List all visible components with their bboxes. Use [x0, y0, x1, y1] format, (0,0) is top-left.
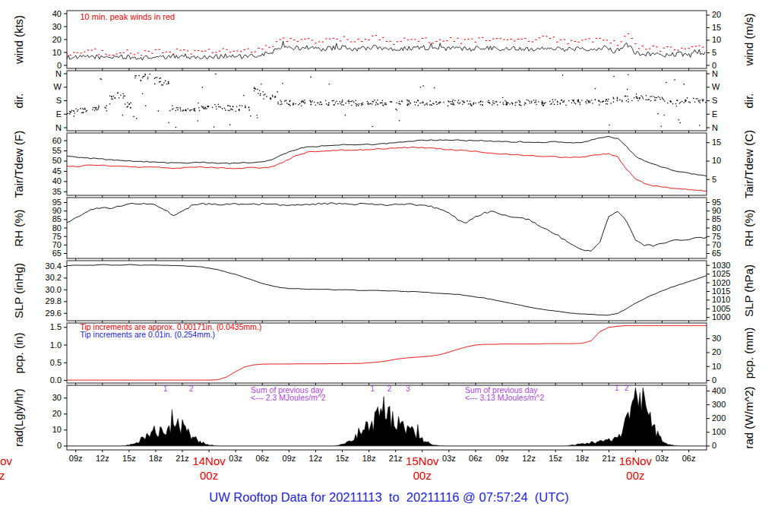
- date-label: 14Nov: [192, 454, 226, 467]
- ytick-label: S: [56, 96, 62, 105]
- ytick-label: 10: [712, 362, 721, 371]
- ytick-label: 65: [52, 249, 62, 258]
- ytick-label: E: [712, 109, 717, 119]
- date-label-z: 00z: [0, 469, 5, 482]
- date-label: 13Nov: [0, 454, 13, 467]
- date-label-z: 00z: [200, 469, 218, 482]
- axis-title-right-rh: RH (%): [742, 209, 755, 246]
- ytick-label: 40: [52, 9, 62, 18]
- ytick-label: 90: [712, 206, 721, 215]
- ytick-label: 5: [712, 48, 716, 57]
- ytick-label: 29.6: [46, 309, 62, 318]
- ytick-label: 5: [712, 175, 716, 184]
- annotation-rad: <--- 3.13 MJoules/m^2: [465, 393, 545, 402]
- series-wind-direction: [62, 74, 712, 128]
- ytick-label: S: [712, 96, 717, 105]
- ytick-label: 10: [712, 156, 721, 165]
- chart-canvas: 0102030400510152010 min. peak winds in r…: [0, 0, 778, 532]
- panel-wind: 0102030400510152010 min. peak winds in r…: [12, 9, 755, 71]
- axis-title-right-tair: Tair/Tdew (C): [742, 130, 755, 198]
- annotation-rad: 2: [625, 384, 629, 392]
- xtick-label: 12z: [96, 454, 109, 463]
- xtick-label: 12z: [522, 454, 536, 463]
- ytick-label: 20: [52, 35, 62, 44]
- xtick-label: 15z: [336, 454, 349, 463]
- axis-title-left-wind: wind (kts): [12, 15, 25, 65]
- ytick-label: 1030: [712, 261, 730, 270]
- axis-title-right-rad: rad (W/m^2): [742, 386, 755, 448]
- ytick-label: 1020: [712, 278, 730, 287]
- axis-title-left-slp: SLP (inHg): [12, 263, 25, 318]
- series-tdew: [67, 147, 707, 191]
- annotation-rad: 2: [387, 385, 392, 393]
- date-label-z: 00z: [413, 469, 432, 482]
- annotation-rad: 1: [163, 385, 168, 393]
- ytick-label: 10: [52, 48, 62, 57]
- panel-tair: 35404550556051015Tair/Tdew (F)Tair/Tdew …: [12, 130, 755, 198]
- xtick-label: 09z: [283, 454, 296, 463]
- ytick-label: 1015: [712, 287, 730, 296]
- ytick-label: 15: [712, 23, 721, 32]
- series-rh: [67, 203, 707, 252]
- annotation-wind: 10 min. peak winds in red: [81, 12, 176, 21]
- ytick-label: 55: [52, 146, 62, 155]
- ytick-label: 30: [52, 22, 62, 31]
- uw-rooftop-weather-chart: 0102030400510152010 min. peak winds in r…: [0, 0, 778, 532]
- xtick-label: 12z: [309, 454, 323, 463]
- ytick-label: 60: [52, 136, 62, 145]
- ytick-label: N: [712, 123, 718, 132]
- ytick-label: 70: [52, 240, 62, 249]
- ytick-label: 30.2: [46, 273, 62, 282]
- ytick-label: 20: [712, 10, 721, 19]
- chart-title: UW Rooftop Data for 20211113 to 20211116…: [0, 490, 778, 505]
- panel-rh: 6570758085909565707580859095RH (%)RH (%): [12, 198, 755, 261]
- axis-title-left-rh: RH (%): [12, 209, 25, 246]
- ytick-label: 50: [52, 156, 62, 165]
- panel-dir: NESWNNESWNdir.dir.: [12, 69, 755, 134]
- xtick-label: 15z: [549, 454, 562, 463]
- axis-title-right-dir: dir.: [742, 93, 755, 108]
- annotation-rad: 1: [615, 384, 619, 392]
- xtick-label: 18z: [575, 454, 589, 463]
- ytick-label: 95: [52, 198, 62, 207]
- xtick-label: 06z: [255, 454, 269, 463]
- series-solar-radiation: [67, 388, 707, 446]
- xtick-label: 21z: [602, 454, 616, 463]
- ytick-label: 30: [712, 334, 721, 343]
- x-axis-labels: 09z12z15z18z21z03z06z09z12z15z18z21z03z0…: [0, 454, 695, 482]
- ytick-label: 1.5: [50, 322, 62, 331]
- ytick-label: N: [55, 123, 62, 132]
- ytick-label: 1005: [712, 304, 730, 313]
- ytick-label: 400: [712, 386, 726, 395]
- ytick-label: N: [712, 69, 718, 78]
- ytick-label: W: [54, 82, 62, 91]
- date-label: 15Nov: [406, 454, 439, 467]
- ytick-label: 20: [712, 347, 721, 356]
- xtick-label: 09z: [69, 454, 83, 463]
- ytick-label: N: [55, 69, 62, 78]
- ytick-label: 20: [52, 409, 62, 418]
- ytick-label: 0: [57, 441, 62, 450]
- xtick-label: 03z: [442, 454, 456, 463]
- ytick-label: 85: [52, 214, 62, 223]
- ytick-label: 80: [712, 223, 721, 233]
- panel-rad: 0102030010020030040012Sum of previous da…: [12, 384, 755, 452]
- xtick-label: 18z: [362, 454, 376, 463]
- ytick-label: 30.4: [46, 261, 62, 271]
- ytick-label: 65: [712, 249, 721, 258]
- panel-slp: 29.629.830.030.230.410001005101010151020…: [12, 261, 755, 323]
- panel-frame-tair: [67, 133, 707, 195]
- ytick-label: 1025: [712, 269, 730, 278]
- panel-pcp: 0.00.51.01.50102030Tip increments are ap…: [12, 322, 755, 385]
- ytick-label: 100: [712, 427, 726, 436]
- xtick-label: 03z: [229, 454, 242, 463]
- ytick-label: 90: [52, 206, 62, 215]
- xtick-label: 03z: [656, 454, 669, 463]
- panel-frame-rh: [67, 198, 707, 258]
- series-wind-avg: [67, 41, 705, 60]
- ytick-label: 35: [52, 187, 62, 196]
- annotation-rad: 1: [371, 385, 375, 393]
- axis-title-right-wind: wind (m/s): [742, 13, 755, 66]
- ytick-label: 0.5: [50, 358, 62, 367]
- ytick-label: 15: [712, 138, 721, 147]
